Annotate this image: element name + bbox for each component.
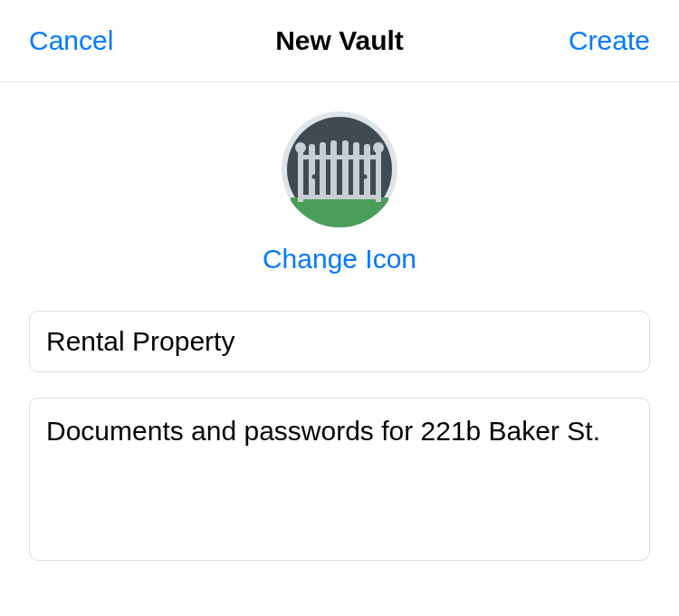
svg-rect-13 (353, 142, 359, 199)
svg-rect-10 (320, 142, 326, 199)
svg-point-16 (363, 175, 368, 179)
nav-bar: Cancel New Vault Create (0, 0, 679, 82)
svg-rect-14 (364, 144, 370, 199)
svg-point-6 (373, 142, 384, 153)
vault-name-input[interactable] (29, 311, 650, 372)
vault-icon-preview[interactable] (282, 111, 397, 227)
svg-point-4 (295, 142, 306, 153)
gate-icon (282, 111, 397, 227)
svg-rect-9 (309, 144, 315, 199)
svg-rect-11 (330, 140, 337, 199)
create-button[interactable]: Create (569, 25, 650, 56)
svg-rect-12 (342, 140, 349, 199)
vault-description-input[interactable] (29, 398, 650, 561)
svg-rect-2 (291, 197, 388, 227)
page-title: New Vault (275, 25, 404, 56)
cancel-button[interactable]: Cancel (29, 25, 113, 56)
form-fields (29, 311, 650, 564)
svg-point-15 (312, 175, 317, 179)
content-area: Change Icon (0, 82, 679, 564)
change-icon-button[interactable]: Change Icon (263, 244, 416, 274)
